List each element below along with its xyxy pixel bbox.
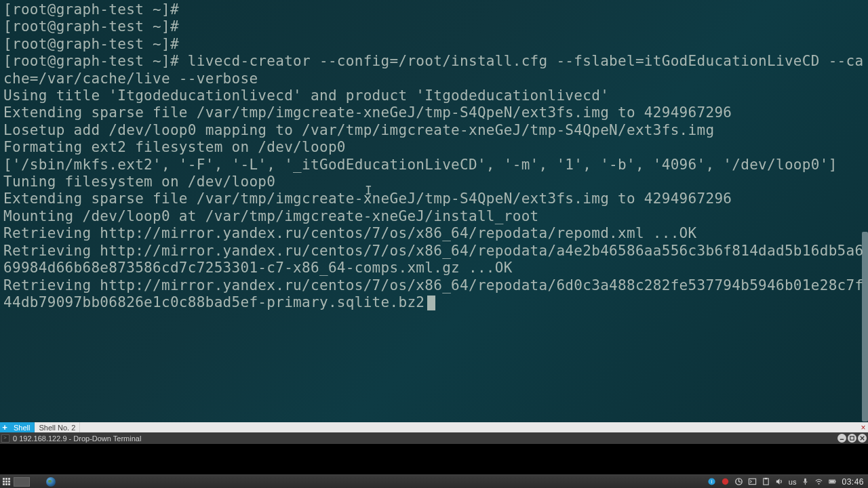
system-tray: i us 03:46: [707, 477, 868, 487]
desktop-background: [0, 444, 868, 474]
terminal-viewport[interactable]: [root@graph-test ~]# [root@graph-test ~]…: [0, 0, 868, 422]
microphone-icon[interactable]: [801, 477, 810, 486]
wifi-icon[interactable]: [814, 477, 823, 486]
terminal-output[interactable]: [root@graph-test ~]# [root@graph-test ~]…: [0, 0, 868, 311]
window-maximize-button[interactable]: [848, 434, 856, 443]
svg-point-6: [722, 479, 728, 485]
clock[interactable]: 03:46: [842, 477, 864, 487]
info-indicator-icon[interactable]: i: [707, 477, 716, 486]
keyboard-layout-indicator[interactable]: us: [789, 478, 797, 486]
update-indicator-icon[interactable]: [734, 477, 743, 486]
window-titlebar: 0 192.168.122.9 - Drop-Down Terminal: [0, 432, 868, 444]
terminal-app-icon: [1, 434, 9, 443]
svg-rect-15: [835, 481, 836, 483]
tab-strip: + Shell Shell No. 2 ×: [0, 422, 868, 432]
terminal-block-cursor: [427, 296, 435, 310]
new-tab-button[interactable]: +: [0, 422, 9, 432]
close-tab-button[interactable]: ×: [859, 422, 868, 432]
battery-icon[interactable]: [828, 477, 837, 486]
record-indicator-icon[interactable]: [721, 477, 730, 486]
terminal-tray-icon[interactable]: [748, 477, 757, 486]
svg-rect-11: [805, 479, 807, 483]
volume-icon[interactable]: [775, 477, 784, 486]
svg-rect-16: [830, 481, 835, 483]
browser-launcher-icon[interactable]: [46, 477, 56, 487]
svg-rect-1: [850, 436, 854, 440]
svg-rect-10: [764, 478, 767, 479]
svg-point-13: [818, 483, 820, 485]
task-button[interactable]: [14, 477, 30, 487]
application-launcher-icon[interactable]: [2, 477, 12, 487]
window-close-button[interactable]: [858, 434, 867, 443]
scroll-thumb[interactable]: [862, 232, 868, 422]
tab-shell-2[interactable]: Shell No. 2: [35, 422, 80, 432]
window-title: 0 192.168.122.9 - Drop-Down Terminal: [13, 434, 141, 443]
tab-shell-1[interactable]: Shell: [9, 422, 35, 432]
taskbar-panel: i us 03:46: [0, 474, 868, 488]
window-minimize-button[interactable]: [837, 434, 846, 443]
svg-rect-8: [749, 479, 755, 484]
clipboard-tray-icon[interactable]: [762, 477, 770, 486]
terminal-scrollbar[interactable]: [862, 0, 868, 422]
